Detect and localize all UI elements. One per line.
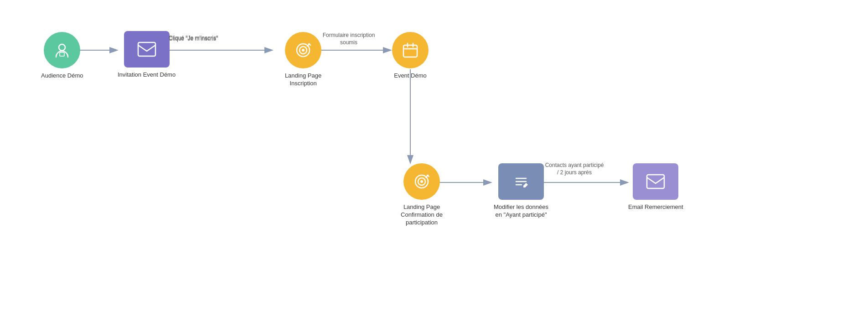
invitation-label: Invitation Event Démo [118,71,176,79]
landing-inscription-label: Landing Page Inscription [274,72,333,88]
svg-rect-8 [60,52,64,56]
landing-inscription-icon [294,42,312,59]
edge-contacts-label: Contacts ayant participé / 2 jours après [545,162,604,176]
landing-inscription-circle [285,32,321,68]
email-remerciement-node: Email Remerciement [628,163,683,211]
svg-point-21 [420,180,423,183]
audience-circle [44,32,80,68]
email-remerciement-label: Email Remerciement [628,203,683,211]
modifier-donnees-icon [512,173,531,190]
invitation-icon [137,42,156,57]
diagram-container: Cliqué "Je m'inscris" Audience Démo Invi… [0,0,868,333]
edge-clique-label: Cliqué "Je m'inscris" [169,35,218,42]
svg-point-12 [302,49,305,52]
modifier-donnees-rect [498,163,544,200]
audience-icon [53,42,71,59]
audience-node: Audience Démo [41,32,83,80]
landing-confirmation-circle [403,163,440,200]
svg-rect-27 [647,175,664,188]
event-demo-icon [402,42,419,59]
email-remerciement-rect [633,163,678,200]
svg-rect-15 [403,45,417,57]
landing-confirmation-label: Landing Page Confirmation de participati… [392,203,451,227]
event-demo-node: Event Démo [392,32,429,80]
audience-label: Audience Démo [41,72,83,80]
landing-confirmation-node: Landing Page Confirmation de participati… [392,163,451,227]
edge-formulaire-label: Formulaire inscription soumis [319,32,378,46]
svg-point-7 [59,44,65,51]
event-demo-label: Event Démo [394,72,427,80]
event-demo-circle [392,32,429,68]
modifier-donnees-node: Modifier les données en "Ayant participé… [491,163,551,219]
landing-confirmation-icon [413,173,430,190]
svg-rect-9 [138,42,155,56]
invitation-rect [124,31,170,68]
modifier-donnees-label: Modifier les données en "Ayant participé… [491,203,551,219]
email-remerciement-icon [646,174,665,189]
invitation-node: Invitation Event Démo [118,31,176,79]
